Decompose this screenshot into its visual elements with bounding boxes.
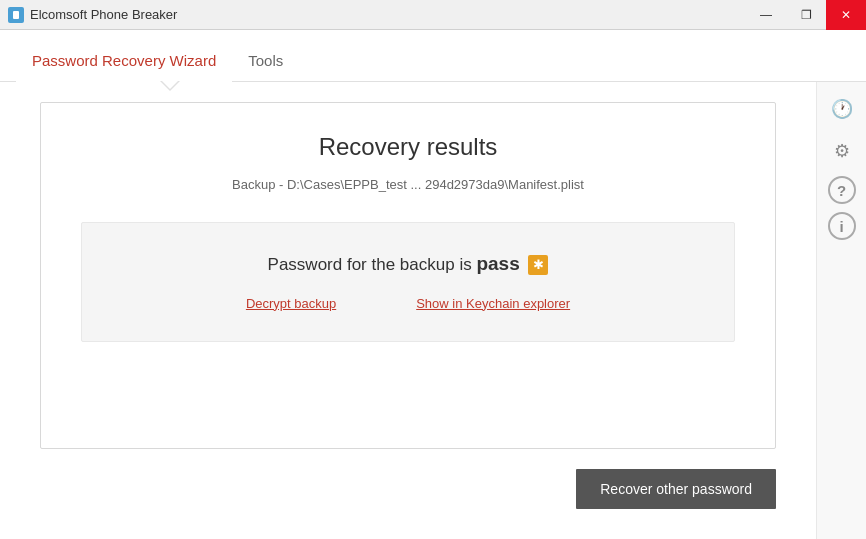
window-title: Elcomsoft Phone Breaker [30, 7, 177, 22]
app-icon [8, 7, 24, 23]
nav-item-tools[interactable]: Tools [232, 42, 299, 81]
close-button[interactable]: ✕ [826, 0, 866, 30]
help-icon[interactable]: ? [828, 176, 856, 204]
title-bar: Elcomsoft Phone Breaker — ❐ ✕ [0, 0, 866, 30]
restore-button[interactable]: ❐ [786, 0, 826, 30]
key-icon: ✱ [528, 255, 548, 275]
decrypt-backup-link[interactable]: Decrypt backup [246, 296, 336, 311]
results-panel: Recovery results Backup - D:\Cases\EPPB_… [40, 102, 776, 449]
history-icon[interactable]: 🕐 [825, 92, 859, 126]
nav-item-wizard[interactable]: Password Recovery Wizard [16, 42, 232, 81]
result-links: Decrypt backup Show in Keychain explorer [102, 296, 714, 311]
settings-icon[interactable]: ⚙ [825, 134, 859, 168]
info-icon[interactable]: i [828, 212, 856, 240]
main-content: Recovery results Backup - D:\Cases\EPPB_… [0, 82, 816, 539]
result-password: pass [476, 253, 519, 274]
title-bar-left: Elcomsoft Phone Breaker [8, 7, 177, 23]
recover-other-password-button[interactable]: Recover other password [576, 469, 776, 509]
app-container: Password Recovery Wizard Tools Recovery … [0, 30, 866, 539]
panel-subtitle: Backup - D:\Cases\EPPB_test ... 294d2973… [81, 177, 735, 192]
keychain-explorer-link[interactable]: Show in Keychain explorer [416, 296, 570, 311]
panel-title: Recovery results [81, 133, 735, 161]
right-sidebar: 🕐 ⚙ ? i [816, 82, 866, 539]
nav-pointer [160, 81, 180, 91]
result-text: Password for the backup is pass ✱ [102, 253, 714, 276]
result-box: Password for the backup is pass ✱ Decryp… [81, 222, 735, 342]
content-area: Recovery results Backup - D:\Cases\EPPB_… [0, 82, 866, 539]
bottom-area: Recover other password [40, 449, 776, 519]
result-prefix: Password for the backup is [268, 255, 477, 274]
svg-rect-1 [13, 11, 19, 19]
minimize-button[interactable]: — [746, 0, 786, 30]
window-controls: — ❐ ✕ [746, 0, 866, 30]
nav-bar: Password Recovery Wizard Tools [0, 30, 866, 82]
